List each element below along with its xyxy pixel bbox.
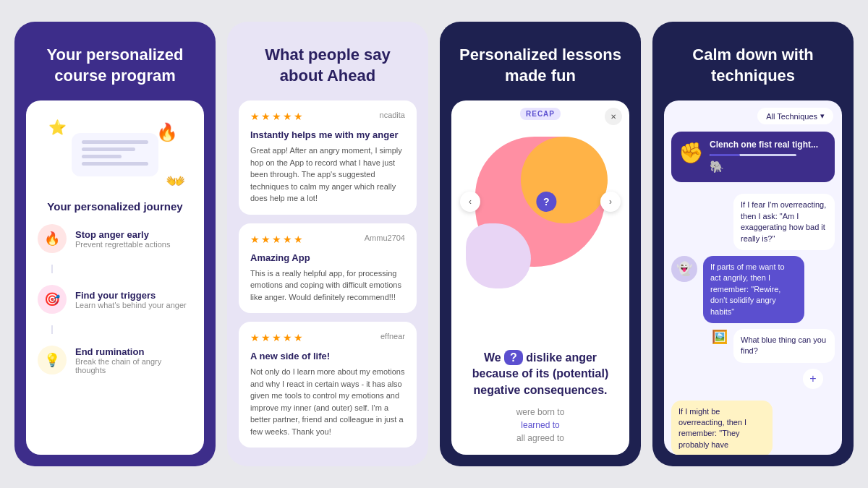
- choice-2[interactable]: learned to: [466, 420, 615, 430]
- technique-card-wrapper: ✊ Clench one fist real tight... 🐘: [664, 132, 842, 188]
- review-stars-2: ★ ★ ★ ★ ★: [250, 234, 303, 245]
- star-1b: ★: [250, 234, 260, 245]
- journey-text-1: Stop anger early Prevent regrettable act…: [75, 229, 170, 249]
- journey-item-desc-2: Learn what's behind your anger: [75, 301, 187, 309]
- main-container: Your personalized course program 🔥 👐 ⭐ Y…: [0, 0, 868, 488]
- chat-msg-4: If I might be overreacting, then I remem…: [671, 401, 835, 455]
- card-course-program: Your personalized course program 🔥 👐 ⭐ Y…: [14, 22, 216, 466]
- doc-line-2: [82, 147, 135, 151]
- techniques-header: All Techniques ▾: [664, 100, 842, 132]
- star-1: ★: [250, 111, 260, 122]
- choice-1[interactable]: were born to: [466, 407, 615, 417]
- star-4: ★: [283, 111, 292, 122]
- card-reviews: What people say about Ahead ★ ★ ★ ★ ★ nc…: [227, 22, 428, 466]
- journey-item-desc-1: Prevent regrettable actions: [75, 240, 170, 249]
- journey-item-3: 💡 End rumination Break the chain of angr…: [38, 346, 192, 374]
- journey-item-title-2: Find your triggers: [75, 290, 187, 301]
- doc-line-3: [82, 155, 122, 158]
- chevron-down-icon: ▾: [820, 111, 825, 121]
- technique-progress: [710, 154, 796, 156]
- review-header-2: ★ ★ ★ ★ ★ Ammu2704: [250, 234, 405, 249]
- chat-area: If I fear I'm overreacting, then I ask: …: [664, 188, 842, 455]
- ghost-avatar: 👻: [671, 256, 697, 282]
- card-4-header: Calm down with techniques: [652, 22, 854, 100]
- review-title-1: Instantly helps me with my anger: [250, 129, 405, 140]
- lesson-main-text: We ? dislike anger because of its (poten…: [466, 350, 615, 398]
- review-card-2: ★ ★ ★ ★ ★ Ammu2704 Amazing App This is a…: [239, 223, 417, 314]
- reviews-container: ★ ★ ★ ★ ★ ncadita Instantly helps me wit…: [227, 100, 428, 466]
- star-3c: ★: [272, 332, 281, 343]
- prev-arrow[interactable]: ‹: [460, 192, 480, 212]
- card-lessons: Personalized lessons made fun ✕ RECAP ‹ …: [440, 22, 641, 466]
- hands-icon: 👐: [166, 172, 185, 191]
- star-5c: ★: [294, 332, 303, 343]
- chat-bubble-1: If I fear I'm overreacting, then I ask: …: [733, 194, 835, 250]
- chat-bubble-4: If I might be overreacting, then I remem…: [671, 401, 773, 455]
- star-5: ★: [294, 111, 303, 122]
- elephant-icon: 🐘: [710, 160, 724, 173]
- chat-msg-1: If I fear I'm overreacting, then I ask: …: [671, 194, 835, 250]
- star-4b: ★: [283, 234, 292, 245]
- all-techniques-label: All Techniques: [766, 112, 817, 121]
- choice-3[interactable]: all agreed to: [466, 433, 615, 443]
- journey-item-desc-3: Break the chain of angry thoughts: [75, 357, 192, 374]
- journey-item-title-3: End rumination: [75, 346, 192, 357]
- card-3-title: Personalized lessons made fun: [457, 45, 624, 86]
- technique-info: Clench one fist real tight... 🐘: [710, 139, 818, 175]
- all-techniques-button[interactable]: All Techniques ▾: [757, 108, 833, 124]
- journey-item-title-1: Stop anger early: [75, 229, 170, 240]
- chat-msg-3: What blue thing can you find? 🖼️: [671, 329, 835, 363]
- journey-title: Your personalized journey: [47, 200, 182, 213]
- review-header-1: ★ ★ ★ ★ ★ ncadita: [250, 111, 405, 127]
- chat-msg-2: 👻 If parts of me want to act angrily, th…: [671, 256, 835, 323]
- journey-text-2: Find your triggers Learn what's behind y…: [75, 290, 187, 309]
- review-card-3: ★ ★ ★ ★ ★ effnear A new side of life! No…: [239, 322, 417, 448]
- progress-fill: [710, 154, 740, 156]
- star-3b: ★: [272, 234, 281, 245]
- question-bubble[interactable]: ?: [536, 192, 556, 212]
- image-icon: 🖼️: [712, 329, 728, 345]
- card3-content: ✕ RECAP ‹ › ? We ? dislike anger because…: [451, 100, 629, 455]
- technique-title: Clench one fist real tight...: [710, 139, 818, 151]
- review-title-3: A new side of life!: [250, 351, 405, 361]
- card-1-content: 🔥 👐 ⭐ Your personalized journey 🔥 Stop a…: [26, 100, 204, 455]
- doc-line-4: [82, 162, 148, 166]
- doc-card: [72, 133, 158, 176]
- journey-item-1: 🔥 Stop anger early Prevent regrettable a…: [38, 224, 192, 253]
- lesson-illustration: ‹ › ?: [451, 100, 629, 303]
- journey-items: 🔥 Stop anger early Prevent regrettable a…: [38, 224, 192, 374]
- next-arrow[interactable]: ›: [600, 192, 621, 212]
- star-icon: ⭐: [48, 119, 67, 136]
- star-3: ★: [272, 111, 281, 122]
- card-1-header: Your personalized course program: [14, 22, 216, 100]
- question-blank: ?: [504, 350, 523, 365]
- card-2-header: What people say about Ahead: [227, 22, 428, 100]
- add-button-row: +: [671, 369, 835, 395]
- star-1c: ★: [250, 332, 260, 343]
- star-2b: ★: [261, 234, 271, 245]
- card-3-header: Personalized lessons made fun: [440, 22, 641, 100]
- add-button[interactable]: +: [803, 369, 823, 389]
- review-card-1: ★ ★ ★ ★ ★ ncadita Instantly helps me wit…: [239, 100, 417, 215]
- doc-line-1: [82, 140, 148, 144]
- connector-2: [51, 325, 53, 334]
- card-2-title: What people say about Ahead: [244, 45, 411, 86]
- journey-text-3: End rumination Break the chain of angry …: [75, 346, 192, 374]
- technique-card: ✊ Clench one fist real tight... 🐘: [671, 132, 835, 182]
- card3-text: We ? dislike anger because of its (poten…: [451, 343, 629, 455]
- chat-bubble-3: What blue thing can you find?: [733, 329, 835, 363]
- journey-icon-fire: 🔥: [38, 224, 67, 253]
- answer-choices: were born to learned to all agreed to: [466, 407, 615, 443]
- review-body-3: Not only do I learn more about my emotio…: [250, 366, 405, 437]
- journey-icon-target: 🎯: [38, 285, 67, 314]
- star-2: ★: [261, 111, 271, 122]
- card-1-title: Your personalized course program: [32, 45, 198, 86]
- card-techniques: Calm down with techniques All Techniques…: [652, 22, 854, 466]
- review-stars-1: ★ ★ ★ ★ ★: [250, 111, 303, 122]
- connector-1: [51, 265, 53, 273]
- review-body-2: This is a really helpful app, for proces…: [250, 267, 405, 304]
- fist-icon: ✊: [678, 139, 704, 167]
- review-title-2: Amazing App: [250, 252, 405, 263]
- card4-content: All Techniques ▾ ✊ Clench one fist real …: [664, 100, 842, 455]
- chat-bubble-2: If parts of me want to act angrily, then…: [703, 256, 804, 323]
